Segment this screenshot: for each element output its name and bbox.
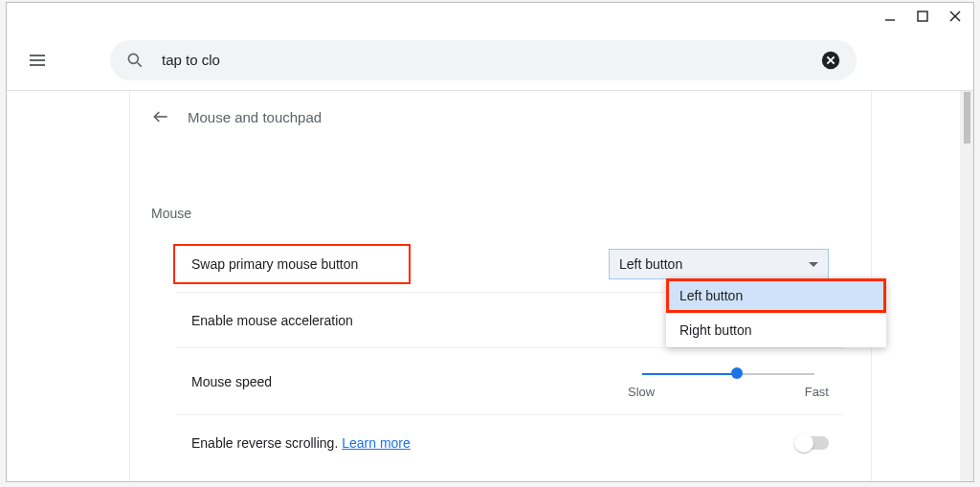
search-input[interactable] (162, 52, 820, 68)
row-reverse-scrolling: Enable reverse scrolling. Learn more (176, 414, 844, 470)
close-icon (949, 11, 961, 22)
slider-min-label: Slow (628, 385, 655, 399)
back-button[interactable] (151, 107, 170, 126)
header-bar (7, 30, 973, 91)
row-mouse-speed: Mouse speed Slow Fast (176, 347, 844, 414)
window-titlebar (7, 3, 973, 30)
dropdown-option-left[interactable]: Left button (666, 278, 886, 313)
toggle-knob (794, 433, 813, 453)
content-area: Mouse and touchpad Mouse Swap primary mo… (7, 91, 973, 481)
dropdown-option-right[interactable]: Right button (666, 313, 886, 347)
settings-panel: Mouse and touchpad Mouse Swap primary mo… (129, 91, 872, 481)
clear-icon (820, 50, 841, 71)
search-icon (125, 51, 145, 70)
row-label: Enable reverse scrolling. Learn more (191, 435, 411, 451)
section-label: Mouse (151, 206, 191, 221)
maximize-icon (917, 11, 928, 22)
row-label: Mouse speed (191, 374, 272, 389)
window-minimize-button[interactable] (881, 8, 899, 25)
search-field[interactable] (110, 40, 857, 80)
learn-more-link[interactable]: Learn more (342, 435, 411, 451)
arrow-left-icon (151, 107, 170, 126)
slider-max-label: Fast (805, 385, 829, 399)
row-label: Swap primary mouse button (191, 256, 358, 272)
swap-primary-select[interactable]: Left button (609, 249, 829, 279)
minimize-icon (884, 11, 896, 22)
speed-slider-container: Slow Fast (628, 364, 829, 399)
select-value: Left button (619, 256, 682, 272)
scrollbar[interactable] (960, 91, 973, 481)
window-maximize-button[interactable] (914, 8, 931, 25)
swap-primary-dropdown: Left button Right button (666, 278, 886, 347)
slider-labels: Slow Fast (628, 385, 829, 399)
svg-rect-1 (918, 11, 927, 21)
row-swap-primary: Swap primary mouse button Left button Le… (176, 236, 844, 292)
settings-list: Swap primary mouse button Left button Le… (176, 236, 844, 470)
hamburger-icon (26, 49, 49, 72)
page-title: Mouse and touchpad (188, 109, 322, 125)
slider-thumb[interactable] (731, 367, 743, 379)
chevron-down-icon (809, 262, 818, 267)
speed-slider[interactable] (642, 369, 814, 379)
window-frame: Mouse and touchpad Mouse Swap primary mo… (6, 2, 974, 482)
reverse-scrolling-toggle[interactable] (796, 436, 829, 450)
row-label-text: Enable reverse scrolling. (191, 435, 342, 451)
clear-search-button[interactable] (820, 50, 841, 71)
panel-header: Mouse and touchpad (130, 91, 871, 143)
scrollbar-thumb[interactable] (964, 92, 970, 144)
slider-fill (642, 373, 737, 375)
menu-button[interactable] (26, 49, 49, 72)
row-label: Enable mouse acceleration (191, 313, 353, 328)
svg-line-8 (138, 62, 142, 66)
svg-point-7 (128, 54, 138, 63)
window-close-button[interactable] (947, 8, 964, 25)
